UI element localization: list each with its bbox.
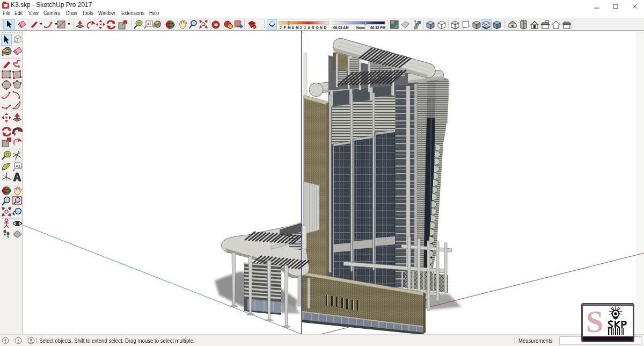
svg-text:06:12 PM: 06:12 PM [370, 26, 385, 30]
svg-text:O: O [316, 26, 319, 30]
svg-text:A: A [292, 26, 295, 30]
svg-text:06:03 AM: 06:03 AM [333, 26, 348, 30]
svg-text:A: A [308, 26, 311, 30]
svg-text:M: M [296, 26, 298, 30]
svg-text:J: J [280, 26, 282, 30]
svg-text:M: M [288, 26, 290, 30]
svg-text:A1: A1 [147, 22, 152, 26]
svg-text:J: J [304, 26, 306, 30]
svg-text:S: S [312, 26, 314, 30]
svg-text:A1: A1 [16, 164, 21, 169]
svg-text:N: N [320, 26, 323, 30]
svg-text:D: D [324, 26, 327, 30]
svg-text:Noon: Noon [356, 26, 365, 30]
svg-text:F: F [284, 26, 286, 30]
svg-text:J: J [300, 26, 302, 30]
